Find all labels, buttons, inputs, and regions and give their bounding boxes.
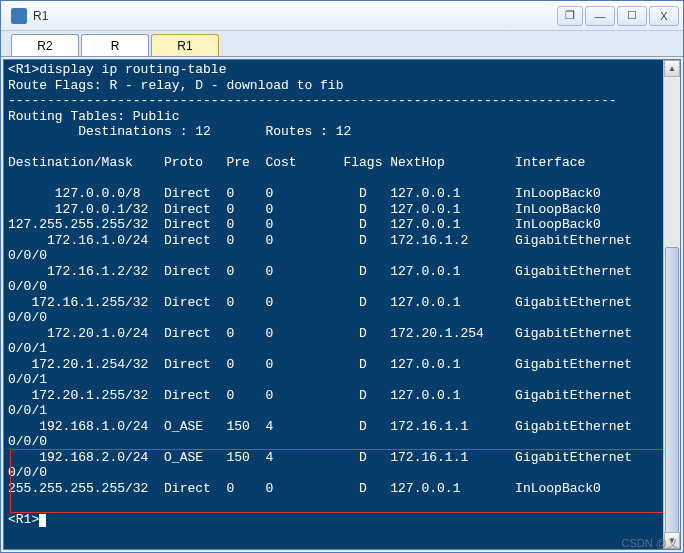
- route-row: 0/0/0: [8, 434, 47, 449]
- app-icon: [11, 8, 27, 24]
- route-row: 172.16.1.255/32 Direct 0 0 D 127.0.0.1 G…: [8, 295, 632, 310]
- flags-line: Route Flags: R - relay, D - download to …: [8, 78, 343, 93]
- window-controls: ❐ — ☐ X: [557, 6, 679, 26]
- header-row: Destination/Mask Proto Pre Cost Flags Ne…: [8, 155, 585, 170]
- route-row: 0/0/0: [8, 310, 47, 325]
- scroll-track[interactable]: [664, 77, 680, 532]
- route-row: 127.255.255.255/32 Direct 0 0 D 127.0.0.…: [8, 217, 601, 232]
- maximize-button[interactable]: ☐: [617, 6, 647, 26]
- route-row: 192.168.1.0/24 O_ASE 150 4 D 172.16.1.1 …: [8, 419, 632, 434]
- scroll-thumb[interactable]: [665, 247, 679, 537]
- route-row: 172.20.1.0/24 Direct 0 0 D 172.20.1.254 …: [8, 326, 632, 341]
- watermark: CSDN @义: [622, 536, 678, 551]
- terminal[interactable]: <R1>display ip routing-table Route Flags…: [4, 60, 680, 549]
- restore-down-button[interactable]: ❐: [557, 6, 583, 26]
- cursor: [39, 514, 46, 527]
- route-row: 0/0/0: [8, 279, 47, 294]
- titlebar[interactable]: R1 ❐ — ☐ X: [1, 1, 683, 31]
- dest-routes-line: Destinations : 12 Routes : 12: [8, 124, 351, 139]
- route-row: 172.20.1.255/32 Direct 0 0 D 127.0.0.1 G…: [8, 388, 632, 403]
- route-row: 172.16.1.0/24 Direct 0 0 D 172.16.1.2 Gi…: [8, 233, 632, 248]
- route-row: 192.168.2.0/24 O_ASE 150 4 D 172.16.1.1 …: [8, 450, 632, 465]
- route-row: 0/0/1: [8, 372, 47, 387]
- tab-r1[interactable]: R1: [151, 34, 219, 56]
- tab-r2[interactable]: R2: [11, 34, 79, 56]
- close-button[interactable]: X: [649, 6, 679, 26]
- vertical-scrollbar[interactable]: ▲ ▼: [663, 60, 680, 549]
- route-row: 0/0/1: [8, 341, 47, 356]
- route-row: 172.20.1.254/32 Direct 0 0 D 127.0.0.1 G…: [8, 357, 632, 372]
- route-row: 127.0.0.0/8 Direct 0 0 D 127.0.0.1 InLoo…: [8, 186, 601, 201]
- route-row: 0/0/0: [8, 248, 47, 263]
- window-title: R1: [33, 9, 557, 23]
- route-row: 0/0/1: [8, 403, 47, 418]
- tab-r[interactable]: R: [81, 34, 149, 56]
- route-row: 0/0/0: [8, 465, 47, 480]
- cmd-line: <R1>display ip routing-table: [8, 62, 226, 77]
- route-row: 127.0.0.1/32 Direct 0 0 D 127.0.0.1 InLo…: [8, 202, 601, 217]
- scroll-up-button[interactable]: ▲: [664, 60, 680, 77]
- route-row: 172.16.1.2/32 Direct 0 0 D 127.0.0.1 Gig…: [8, 264, 632, 279]
- app-window: R1 ❐ — ☐ X R2 R R1 <R1>display ip routin…: [0, 0, 684, 553]
- terminal-container: <R1>display ip routing-table Route Flags…: [3, 59, 681, 550]
- tab-bar: R2 R R1: [1, 31, 683, 57]
- minimize-button[interactable]: —: [585, 6, 615, 26]
- tables-line: Routing Tables: Public: [8, 109, 180, 124]
- divider-line: ----------------------------------------…: [8, 93, 617, 108]
- prompt: <R1>: [8, 512, 39, 527]
- route-row: 255.255.255.255/32 Direct 0 0 D 127.0.0.…: [8, 481, 601, 496]
